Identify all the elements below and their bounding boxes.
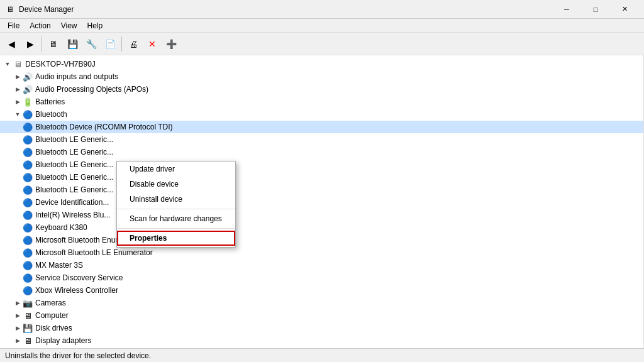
close-button[interactable]: ✕ xyxy=(610,0,639,19)
toolbar-separator-1 xyxy=(42,36,42,52)
root-expand-icon: ▼ xyxy=(3,59,13,69)
tree-item-bt-le4[interactable]: 🔵 Bluetooth LE Generic... xyxy=(0,171,643,184)
tree-item-audio-apo[interactable]: ▶ 🔊 Audio Processing Objects (APOs) xyxy=(0,83,643,96)
tree-item-mx-master[interactable]: 🔵 MX Master 3S xyxy=(0,259,643,272)
tree-item-bt-device[interactable]: 🔵 Bluetooth Device (RCOMM Protocol TDI) xyxy=(0,121,643,133)
audio-apo-label: Audio Processing Objects (APOs) xyxy=(35,85,148,94)
intel-label: Intel(R) Wireless Blu... xyxy=(35,211,110,219)
toolbar-driver[interactable]: 💾 xyxy=(64,35,81,53)
tree-root[interactable]: ▼ 🖥 DESKTOP-VH7B90J xyxy=(0,58,643,70)
xbox-label: Xbox Wireless Controller xyxy=(35,286,118,295)
cameras-expand: ▶ xyxy=(13,298,23,308)
menu-action[interactable]: Action xyxy=(25,20,55,31)
tree-item-svc-discovery[interactable]: 🔵 Service Discovery Service xyxy=(0,272,643,284)
audio-io-expand: ▶ xyxy=(13,72,23,82)
toolbar-add[interactable]: ➕ xyxy=(162,35,180,53)
tree-item-bluetooth[interactable]: ▼ 🔵 Bluetooth xyxy=(0,108,643,121)
context-uninstall-device[interactable]: Uninstall device xyxy=(117,192,235,207)
status-bar: Uninstalls the driver for the selected d… xyxy=(0,348,644,362)
tree-item-device-id[interactable]: 🔵 Device Identification... xyxy=(0,196,643,209)
root-label: DESKTOP-VH7B90J xyxy=(25,60,96,69)
context-update-driver[interactable]: Update driver xyxy=(117,162,235,177)
context-disable-device[interactable]: Disable device xyxy=(117,177,235,192)
audio-io-label: Audio inputs and outputs xyxy=(35,72,118,81)
tree-item-firmware[interactable]: ▶ 📄 Firmware xyxy=(0,347,643,348)
disk-label: Disk drives xyxy=(35,324,72,332)
ms-bt-le-label: Microsoft Bluetooth LE Enumerator xyxy=(35,248,153,257)
tree-item-ms-bt[interactable]: 🔵 Microsoft Bluetooth Enumerator xyxy=(0,234,643,246)
toolbar-computer[interactable]: 🖥 xyxy=(45,35,62,53)
toolbar-back[interactable]: ◀ xyxy=(3,35,20,53)
batteries-label: Batteries xyxy=(35,97,65,106)
tree-item-intel[interactable]: 🔵 Intel(R) Wireless Blu... xyxy=(0,209,643,221)
tree-item-audio-io[interactable]: ▶ 🔊 Audio inputs and outputs xyxy=(0,70,643,83)
root-icon: 🖥 xyxy=(13,59,23,69)
tree-item-cameras[interactable]: ▶ 📷 Cameras xyxy=(0,297,643,309)
bt-le4-icon: 🔵 xyxy=(23,172,33,182)
toolbar-scan[interactable]: 📄 xyxy=(101,35,119,53)
bt-le3-icon: 🔵 xyxy=(23,160,33,170)
display-label: Display adapters xyxy=(35,336,91,345)
tree-item-xbox[interactable]: 🔵 Xbox Wireless Controller xyxy=(0,284,643,297)
toolbar-uninstall[interactable]: 🔧 xyxy=(82,35,100,53)
minimize-button[interactable]: ─ xyxy=(552,0,581,19)
bt-le5-label: Bluetooth LE Generic... xyxy=(35,185,113,194)
menu-help[interactable]: Help xyxy=(82,20,108,31)
toolbar-delete[interactable]: ✕ xyxy=(143,35,161,53)
ms-bt-icon: 🔵 xyxy=(23,235,33,245)
disk-icon: 💾 xyxy=(23,323,33,333)
menu-bar: File Action View Help xyxy=(0,19,644,33)
tree-item-keyboard-k380[interactable]: 🔵 Keyboard K380 xyxy=(0,221,643,234)
bluetooth-icon: 🔵 xyxy=(23,109,33,119)
bt-device-label: Bluetooth Device (RCOMM Protocol TDI) xyxy=(35,123,173,131)
tree-item-display[interactable]: ▶ 🖥 Display adapters xyxy=(0,334,643,347)
disk-expand: ▶ xyxy=(13,323,23,333)
tree-item-bt-le1[interactable]: 🔵 Bluetooth LE Generic... xyxy=(0,133,643,146)
device-tree[interactable]: ▼ 🖥 DESKTOP-VH7B90J ▶ 🔊 Audio inputs and… xyxy=(0,55,644,348)
title-bar: 🖥 Device Manager ─ □ ✕ xyxy=(0,0,644,19)
main-content: ▼ 🖥 DESKTOP-VH7B90J ▶ 🔊 Audio inputs and… xyxy=(0,55,644,348)
bt-le2-label: Bluetooth LE Generic... xyxy=(35,148,113,156)
menu-file[interactable]: File xyxy=(3,20,25,31)
context-sep-1 xyxy=(117,209,235,209)
computer-label: Computer xyxy=(35,311,69,320)
toolbar-print[interactable]: 🖨 xyxy=(125,35,142,53)
bt-le4-label: Bluetooth LE Generic... xyxy=(35,173,113,182)
context-sep-2 xyxy=(117,228,235,229)
menu-view[interactable]: View xyxy=(56,20,82,31)
tree-item-bt-le3[interactable]: 🔵 Bluetooth LE Generic... xyxy=(0,158,643,171)
cameras-label: Cameras xyxy=(35,299,66,307)
batteries-icon: 🔋 xyxy=(23,97,33,107)
toolbar: ◀ ▶ 🖥 💾 🔧 📄 🖨 ✕ ➕ xyxy=(0,33,644,55)
context-properties[interactable]: Properties xyxy=(117,231,235,246)
context-scan-hardware[interactable]: Scan for hardware changes xyxy=(117,211,235,226)
device-id-icon: 🔵 xyxy=(23,197,33,207)
bluetooth-label: Bluetooth xyxy=(35,110,67,119)
tree-item-disk[interactable]: ▶ 💾 Disk drives xyxy=(0,322,643,334)
batteries-expand: ▶ xyxy=(13,97,23,107)
display-expand: ▶ xyxy=(13,336,23,346)
toolbar-forward[interactable]: ▶ xyxy=(21,35,39,53)
context-menu: Update driver Disable device Uninstall d… xyxy=(116,161,236,248)
bt-le5-icon: 🔵 xyxy=(23,185,33,195)
maximize-button[interactable]: □ xyxy=(581,0,610,19)
intel-icon: 🔵 xyxy=(23,210,33,220)
tree-item-batteries[interactable]: ▶ 🔋 Batteries xyxy=(0,96,643,108)
window-controls: ─ □ ✕ xyxy=(552,0,639,19)
tree-item-ms-bt-le[interactable]: 🔵 Microsoft Bluetooth LE Enumerator xyxy=(0,246,643,259)
audio-apo-icon: 🔊 xyxy=(23,84,33,94)
status-text: Uninstalls the driver for the selected d… xyxy=(5,351,151,360)
svc-discovery-label: Service Discovery Service xyxy=(35,273,123,282)
bt-le3-label: Bluetooth LE Generic... xyxy=(35,160,113,169)
device-id-label: Device Identification... xyxy=(35,198,109,207)
computer-expand: ▶ xyxy=(13,310,23,321)
bt-le2-icon: 🔵 xyxy=(23,147,33,157)
tree-item-computer[interactable]: ▶ 🖥 Computer xyxy=(0,309,643,322)
tree-item-bt-le2[interactable]: 🔵 Bluetooth LE Generic... xyxy=(0,146,643,158)
cameras-icon: 📷 xyxy=(23,298,33,308)
computer-icon: 🖥 xyxy=(23,310,33,321)
bt-le1-icon: 🔵 xyxy=(23,134,33,145)
keyboard-k380-label: Keyboard K380 xyxy=(35,223,87,232)
tree-item-bt-le5[interactable]: 🔵 Bluetooth LE Generic... xyxy=(0,184,643,196)
xbox-icon: 🔵 xyxy=(23,285,33,295)
